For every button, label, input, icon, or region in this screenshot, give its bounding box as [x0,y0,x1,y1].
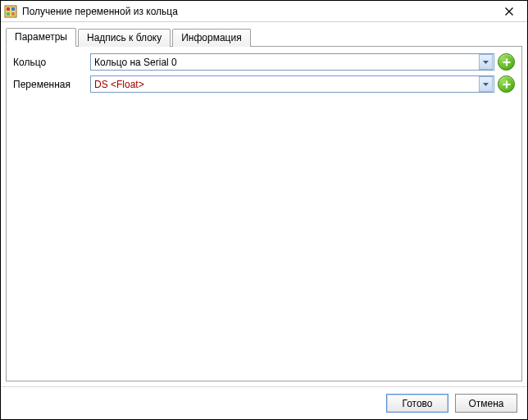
svg-rect-2 [11,7,15,11]
svg-marker-10 [483,83,489,86]
close-icon [505,7,513,16]
row-variable: Переменная DS <Float> [13,75,515,93]
chevron-down-icon [483,83,489,86]
svg-rect-4 [11,12,15,16]
tab-block-caption[interactable]: Надпись к блоку [78,29,171,47]
title-bar: Получение переменной из кольца [1,1,527,22]
ring-dropdown-button[interactable] [479,54,493,70]
variable-dropdown-button[interactable] [479,76,493,92]
tab-strip: Параметры Надпись к блоку Информация [6,27,522,46]
tab-panel-parameters: Кольцо Кольцо на Serial 0 Переменная DS … [6,46,522,381]
svg-rect-3 [7,12,10,16]
tab-parameters[interactable]: Параметры [6,28,76,47]
svg-marker-7 [483,61,489,64]
svg-rect-1 [7,7,10,11]
plus-icon [503,58,511,66]
ring-add-button[interactable] [498,53,515,71]
dialog-footer: Готово Отмена [1,386,527,419]
variable-add-button[interactable] [498,75,515,93]
app-icon [4,5,17,18]
svg-rect-12 [503,84,510,85]
variable-label: Переменная [13,79,87,90]
tab-information[interactable]: Информация [172,29,250,47]
row-ring: Кольцо Кольцо на Serial 0 [13,53,515,71]
plus-icon [503,80,511,89]
ring-combobox[interactable]: Кольцо на Serial 0 [90,53,494,71]
variable-value: DS <Float> [91,79,479,90]
ring-label: Кольцо [13,57,87,68]
cancel-button[interactable]: Отмена [455,394,517,413]
ring-value: Кольцо на Serial 0 [91,57,479,68]
window-title: Получение переменной из кольца [22,6,496,17]
chevron-down-icon [483,61,489,64]
close-button[interactable] [496,3,522,20]
svg-rect-9 [503,62,510,63]
ok-button[interactable]: Готово [386,394,448,413]
variable-combobox[interactable]: DS <Float> [90,75,494,93]
